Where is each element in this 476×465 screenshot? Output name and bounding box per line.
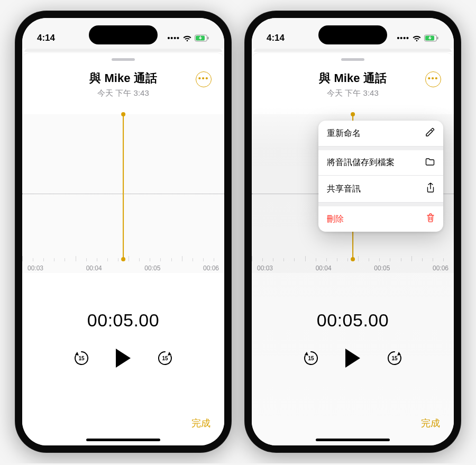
tick-label: 00:05	[144, 265, 160, 272]
iphone-device-left: 4:14 •••• 與 Mike 通話 今天 下午 3:43 •••	[15, 11, 232, 453]
done-button[interactable]: 完成	[421, 417, 440, 430]
play-button[interactable]	[112, 347, 135, 370]
menu-label: 刪除	[327, 214, 344, 225]
timecode: 00:05.00	[22, 310, 224, 331]
sheet-behind-edge	[254, 49, 452, 52]
home-indicator[interactable]	[316, 439, 390, 441]
sheet-behind-edge	[24, 49, 222, 52]
play-button[interactable]	[341, 347, 364, 370]
tick-label: 00:05	[374, 265, 390, 272]
recording-sheet: 與 Mike 通話 今天 下午 3:43 ••• 00:03 00	[22, 53, 224, 445]
more-options-button[interactable]: •••	[425, 71, 441, 87]
timeline[interactable]: 00:03 00:04 00:05 00:06	[22, 254, 224, 273]
sheet-grabber[interactable]	[341, 58, 364, 61]
trash-icon	[426, 213, 435, 225]
menu-rename[interactable]: 重新命名	[318, 121, 443, 147]
tick-label: 00:04	[86, 265, 102, 272]
title-row: 與 Mike 通話 今天 下午 3:43 •••	[22, 70, 224, 98]
battery-charging-icon	[424, 34, 439, 42]
svg-rect-7	[437, 37, 438, 40]
menu-separator	[318, 203, 443, 206]
cellular-icon: ••••	[167, 34, 180, 42]
menu-label: 重新命名	[327, 128, 361, 139]
more-options-button[interactable]: •••	[196, 71, 212, 87]
recording-title: 與 Mike 通話	[33, 70, 214, 86]
playback-controls: 15 15	[22, 347, 224, 370]
menu-delete[interactable]: 刪除	[318, 206, 443, 232]
tick-labels: 00:03 00:04 00:05 00:06	[22, 265, 224, 272]
tick-label: 00:03	[28, 265, 43, 272]
menu-separator	[318, 147, 443, 150]
playback-controls: 15 15	[252, 347, 454, 370]
recording-subtitle: 今天 下午 3:43	[262, 88, 443, 98]
tick-label: 00:06	[203, 265, 219, 272]
skip-forward-15-button[interactable]: 15	[156, 349, 174, 367]
svg-text:15: 15	[78, 355, 85, 361]
battery-charging-icon	[195, 34, 209, 42]
screen: 4:14 •••• 與 Mike 通話 今天 下午 3:43 •••	[252, 18, 454, 445]
share-icon	[426, 183, 435, 195]
title-row: 與 Mike 通話 今天 下午 3:43 •••	[252, 70, 454, 98]
done-button[interactable]: 完成	[191, 417, 210, 430]
timeline[interactable]: 00:03 00:04 00:05 00:06	[252, 254, 454, 273]
iphone-device-right: 4:14 •••• 與 Mike 通話 今天 下午 3:43 •••	[244, 11, 461, 453]
menu-label: 共享音訊	[327, 184, 361, 195]
tick-label: 00:03	[257, 265, 273, 272]
wifi-icon	[182, 35, 192, 42]
tick-label: 00:04	[316, 265, 332, 272]
waveform-area[interactable]: 00:03 00:04 00:05 00:06	[22, 114, 224, 273]
svg-text:15: 15	[162, 355, 168, 361]
status-right: ••••	[397, 34, 439, 42]
menu-save-to-files[interactable]: 將音訊儲存到檔案	[318, 150, 443, 176]
timecode: 00:05.00	[252, 310, 454, 331]
pencil-icon	[425, 127, 435, 139]
tick-labels: 00:03 00:04 00:05 00:06	[252, 265, 454, 272]
cellular-icon: ••••	[397, 34, 409, 42]
screen: 4:14 •••• 與 Mike 通話 今天 下午 3:43 •••	[22, 18, 224, 445]
menu-label: 將音訊儲存到檔案	[327, 157, 395, 168]
svg-text:15: 15	[391, 355, 398, 361]
dynamic-island	[89, 25, 158, 44]
context-menu: 重新命名 將音訊儲存到檔案 共享音訊	[318, 121, 443, 232]
skip-back-15-button[interactable]: 15	[302, 349, 320, 367]
folder-icon	[425, 158, 435, 168]
svg-text:15: 15	[308, 355, 314, 361]
skip-back-15-button[interactable]: 15	[72, 349, 90, 367]
menu-share-audio[interactable]: 共享音訊	[318, 176, 443, 203]
wifi-icon	[412, 35, 422, 42]
sheet-grabber[interactable]	[112, 58, 135, 61]
skip-forward-15-button[interactable]: 15	[386, 349, 404, 367]
playhead[interactable]	[123, 114, 124, 259]
home-indicator[interactable]	[86, 439, 160, 441]
dynamic-island	[318, 25, 387, 44]
status-right: ••••	[167, 34, 209, 42]
recording-sheet: 與 Mike 通話 今天 下午 3:43 ••• 重新命名 將音訊儲存到檔案	[252, 53, 454, 445]
status-time: 4:14	[267, 33, 285, 43]
tick-marks	[22, 256, 224, 261]
recording-title: 與 Mike 通話	[262, 70, 443, 86]
tick-label: 00:06	[433, 265, 448, 272]
svg-rect-2	[208, 37, 209, 40]
tick-marks	[252, 256, 454, 261]
recording-subtitle: 今天 下午 3:43	[33, 88, 214, 98]
status-time: 4:14	[37, 33, 55, 43]
